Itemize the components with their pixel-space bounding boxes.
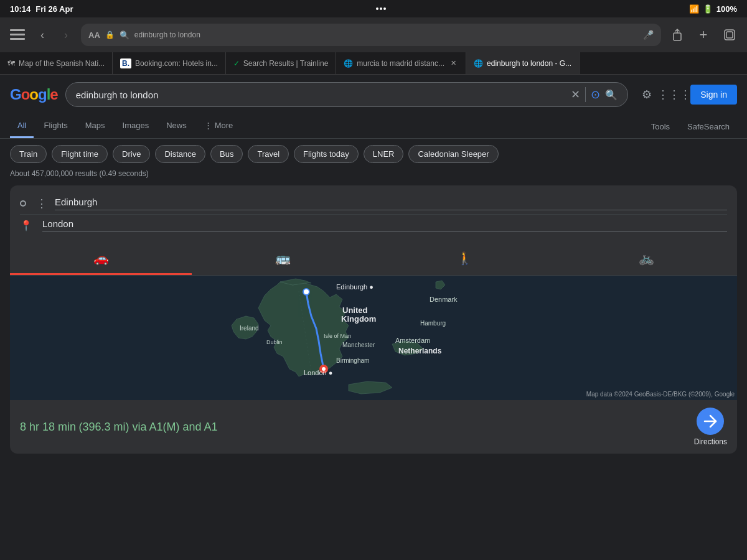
google-header-right: ⚙ ⋮⋮⋮ Sign in — [636, 83, 737, 106]
tab-close-button[interactable]: ✕ — [448, 58, 458, 68]
svg-text:Amsterdam: Amsterdam — [395, 337, 430, 344]
google-page: Google edinburgh to london ✕ ⊙ 🔍 ⚙ ⋮⋮⋮ S… — [0, 75, 747, 560]
svg-rect-5 — [726, 32, 733, 38]
chip-lner[interactable]: LNER — [364, 145, 404, 163]
settings-button[interactable]: ⚙ — [636, 83, 658, 106]
svg-text:Manchester: Manchester — [342, 342, 375, 348]
directions-label: Directions — [694, 437, 727, 446]
map-attribution: Map data ©2024 GeoBasis-DE/BKG (©2009), … — [586, 391, 735, 398]
tabs-button[interactable] — [720, 25, 740, 45]
chip-flights-today[interactable]: Flights today — [294, 145, 359, 163]
nav-more-label: More — [215, 121, 233, 130]
tab-favicon: 🌐 — [474, 59, 483, 68]
location-dots: ⋮ — [36, 201, 47, 207]
route-duration: 8 hr 18 min — [20, 421, 76, 433]
battery-icon: 🔋 — [703, 4, 713, 14]
transport-tabs: 🚗 🚌 🚶 🚲 — [10, 243, 737, 276]
address-bar[interactable]: AA 🔒 🔍 edinburgh to london 🎤 — [81, 24, 661, 46]
tools-button[interactable]: Tools — [644, 116, 677, 138]
chip-bus[interactable]: Bus — [210, 145, 243, 163]
chip-train[interactable]: Train — [10, 145, 47, 163]
svg-text:Birmingham: Birmingham — [336, 357, 369, 364]
tab-favicon: ✓ — [233, 59, 240, 68]
nav-item-all[interactable]: All — [10, 114, 34, 138]
forward-button[interactable]: › — [57, 26, 75, 44]
apps-button[interactable]: ⋮⋮⋮ — [663, 83, 685, 106]
svg-text:Denmark: Denmark — [430, 296, 458, 303]
nav-flights-label: Flights — [44, 121, 67, 130]
route-duration-area: 8 hr 18 min (396.3 mi) via A1(M) and A1 — [20, 421, 218, 434]
directions-widget: ⋮ 📍 🚗 🚌 🚶 🚲 — [10, 185, 737, 454]
transport-tab-bike[interactable]: 🚲 — [555, 243, 737, 275]
svg-text:Edinburgh ●: Edinburgh ● — [336, 283, 374, 291]
nav-item-images[interactable]: Images — [115, 114, 157, 138]
tab-label: edinburgh to london - G... — [487, 59, 571, 68]
share-button[interactable] — [667, 25, 687, 45]
chip-travel[interactable]: Travel — [248, 145, 289, 163]
directions-icon — [697, 408, 724, 435]
battery-percent: 100% — [716, 4, 737, 14]
status-date: Fri 26 Apr — [35, 4, 73, 14]
status-time: 10:14 — [10, 4, 31, 14]
search-lens-icon[interactable]: ⊙ — [591, 88, 600, 101]
browser-actions: + — [667, 25, 740, 45]
svg-point-8 — [303, 289, 309, 295]
chip-drive[interactable]: Drive — [113, 145, 150, 163]
new-tab-button[interactable]: + — [693, 25, 713, 45]
nav-item-flights[interactable]: Flights — [36, 114, 75, 138]
destination-input[interactable] — [42, 218, 727, 232]
search-query: edinburgh to london — [76, 90, 566, 100]
svg-text:Isle of Man: Isle of Man — [324, 333, 351, 339]
svg-rect-0 — [10, 29, 25, 31]
chip-caledonian[interactable]: Caledonian Sleeper — [408, 145, 498, 163]
search-nav: All Flights Maps Images News ⋮ More Tool… — [0, 114, 747, 139]
google-logo: Google — [10, 86, 58, 103]
search-magnifier-icon[interactable]: 🔍 — [605, 89, 618, 101]
svg-text:Hamburg: Hamburg — [420, 320, 446, 327]
nav-item-more[interactable]: ⋮ More — [197, 114, 241, 138]
tab-map-spanish[interactable]: 🗺 Map of the Spanish Nati... — [0, 52, 113, 74]
nav-all-label: All — [17, 121, 26, 130]
svg-text:Kingdom: Kingdom — [341, 314, 376, 324]
route-map: Edinburgh ● United Kingdom Isle of Man M… — [10, 276, 737, 400]
tab-murcia[interactable]: 🌐 murcia to madrid distanc... ✕ — [336, 52, 466, 74]
results-count: About 457,000,000 results (0.49 seconds) — [0, 169, 747, 183]
destination-pin-icon: 📍 — [20, 220, 32, 231]
origin-input[interactable] — [55, 197, 727, 210]
back-button[interactable]: ‹ — [34, 26, 51, 44]
origin-row: ⋮ — [20, 193, 727, 214]
map-area[interactable]: Edinburgh ● United Kingdom Isle of Man M… — [10, 276, 737, 400]
google-search-bar[interactable]: edinburgh to london ✕ ⊙ 🔍 — [65, 82, 628, 107]
sidebar-button[interactable] — [7, 27, 27, 43]
lock-icon: 🔒 — [105, 30, 115, 39]
tab-favicon: 🗺 — [7, 59, 15, 68]
tab-trainline[interactable]: ✓ Search Results | Trainline — [226, 52, 337, 74]
directions-button[interactable]: Directions — [694, 408, 727, 446]
mic-icon[interactable]: 🎤 — [643, 30, 654, 40]
safesearch-button[interactable]: SafeSearch — [680, 116, 737, 138]
tab-label: Map of the Spanish Nati... — [19, 59, 105, 68]
transport-tab-car[interactable]: 🚗 — [10, 243, 192, 275]
tab-edinburgh-london[interactable]: 🌐 edinburgh to london - G... — [466, 52, 580, 74]
nav-item-maps[interactable]: Maps — [78, 114, 113, 138]
transport-tab-transit[interactable]: 🚌 — [192, 243, 374, 275]
nav-item-news[interactable]: News — [159, 114, 194, 138]
status-dots — [376, 7, 386, 10]
transport-tab-walk[interactable]: 🚶 — [374, 243, 555, 275]
aa-label: AA — [88, 30, 100, 40]
svg-rect-3 — [674, 33, 681, 40]
tab-booking[interactable]: B. Booking.com: Hotels in... — [113, 52, 226, 74]
chips-bar: Train Flight time Drive Distance Bus Tra… — [0, 139, 747, 169]
svg-text:Ireland: Ireland — [240, 325, 259, 332]
chip-flight-time[interactable]: Flight time — [52, 145, 108, 163]
sign-in-button[interactable]: Sign in — [690, 85, 737, 105]
svg-text:London ●: London ● — [304, 369, 332, 376]
address-text: edinburgh to london — [134, 30, 638, 39]
destination-row: 📍 — [20, 214, 727, 236]
google-header: Google edinburgh to london ✕ ⊙ 🔍 ⚙ ⋮⋮⋮ S… — [0, 75, 747, 114]
chip-distance[interactable]: Distance — [155, 145, 205, 163]
tab-label: Booking.com: Hotels in... — [135, 59, 218, 68]
tab-favicon: 🌐 — [344, 59, 353, 68]
search-clear-icon[interactable]: ✕ — [571, 88, 580, 101]
svg-rect-1 — [10, 34, 25, 35]
